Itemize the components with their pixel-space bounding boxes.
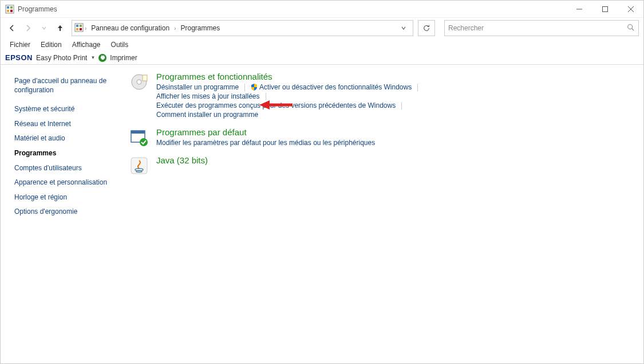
menu-view[interactable]: Affichage bbox=[68, 40, 105, 50]
chevron-right-icon: › bbox=[84, 25, 88, 32]
default-programs-icon bbox=[130, 128, 148, 147]
address-dropdown[interactable] bbox=[397, 21, 410, 35]
breadcrumb-current[interactable]: Programmes bbox=[177, 24, 223, 32]
navigation-row: › Panneau de configuration › Programmes bbox=[1, 18, 643, 38]
epson-logo: EPSON bbox=[5, 53, 33, 62]
separator bbox=[417, 84, 418, 91]
menu-edit[interactable]: Edition bbox=[36, 40, 66, 50]
refresh-button[interactable] bbox=[418, 20, 435, 36]
separator bbox=[266, 93, 266, 100]
svg-rect-23 bbox=[131, 131, 145, 134]
link-windows-features[interactable]: Activer ou désactiver des fonctionnalité… bbox=[259, 83, 412, 92]
forward-button[interactable] bbox=[21, 21, 35, 35]
separator bbox=[401, 102, 402, 109]
link-how-install[interactable]: Comment installer un programme bbox=[156, 110, 258, 119]
category-default-programs: Programmes par défaut Modifier les param… bbox=[130, 127, 634, 147]
recent-dropdown[interactable] bbox=[37, 21, 51, 35]
address-icon bbox=[74, 23, 84, 34]
chevron-down-icon[interactable]: ▼ bbox=[90, 55, 95, 60]
svg-rect-4 bbox=[10, 10, 13, 12]
up-button[interactable] bbox=[53, 21, 67, 35]
link-modify-defaults[interactable]: Modifier les paramètres par défaut pour … bbox=[156, 138, 375, 147]
sidebar-item-system[interactable]: Système et sécurité bbox=[14, 102, 116, 117]
menubar: Fichier Edition Affichage Outils bbox=[1, 38, 643, 51]
app-icon bbox=[5, 5, 14, 14]
menu-tools[interactable]: Outils bbox=[106, 40, 133, 50]
link-compat[interactable]: Exécuter des programmes conçus pour des … bbox=[156, 101, 396, 110]
main-panel: Programmes et fonctionnalités Désinstall… bbox=[121, 65, 643, 363]
svg-rect-21 bbox=[143, 75, 147, 81]
category-programs-features: Programmes et fonctionnalités Désinstall… bbox=[130, 72, 634, 119]
svg-rect-2 bbox=[10, 6, 13, 9]
close-button[interactable] bbox=[618, 1, 643, 18]
epson-print[interactable]: Imprimer bbox=[110, 54, 137, 62]
svg-rect-12 bbox=[76, 28, 78, 30]
sidebar-item-hardware[interactable]: Matériel et audio bbox=[14, 131, 116, 146]
sidebar: Page d'accueil du panneau de configurati… bbox=[1, 65, 121, 363]
breadcrumb-root[interactable]: Panneau de configuration bbox=[88, 24, 173, 32]
sidebar-item-appearance[interactable]: Apparence et personnalisation bbox=[14, 175, 116, 190]
sidebar-item-programs[interactable]: Programmes bbox=[14, 146, 116, 161]
svg-rect-3 bbox=[7, 10, 9, 12]
category-title-java[interactable]: Java (32 bits) bbox=[156, 155, 634, 165]
svg-rect-25 bbox=[131, 158, 147, 174]
svg-rect-18 bbox=[102, 58, 104, 60]
back-button[interactable] bbox=[5, 21, 19, 35]
chevron-right-icon: › bbox=[173, 25, 177, 32]
sidebar-item-accounts[interactable]: Comptes d'utilisateurs bbox=[14, 161, 116, 176]
svg-rect-10 bbox=[76, 25, 78, 27]
print-icon bbox=[98, 54, 106, 62]
sidebar-home[interactable]: Page d'accueil du panneau de configurati… bbox=[14, 74, 116, 97]
svg-line-15 bbox=[632, 28, 634, 30]
search-input[interactable] bbox=[448, 24, 627, 32]
sidebar-item-ease[interactable]: Options d'ergonomie bbox=[14, 205, 116, 220]
svg-rect-11 bbox=[80, 25, 82, 27]
window-controls bbox=[566, 1, 643, 18]
svg-point-20 bbox=[137, 80, 141, 84]
java-icon bbox=[130, 156, 148, 175]
link-uninstall[interactable]: Désinstaller un programme bbox=[156, 83, 239, 92]
category-title-programs[interactable]: Programmes et fonctionnalités bbox=[156, 72, 634, 81]
shield-icon bbox=[251, 84, 258, 91]
titlebar: Programmes bbox=[1, 1, 643, 18]
programs-features-icon bbox=[130, 73, 148, 91]
category-title-default[interactable]: Programmes par défaut bbox=[156, 127, 634, 137]
sidebar-item-clock[interactable]: Horloge et région bbox=[14, 190, 116, 205]
svg-rect-6 bbox=[602, 6, 607, 11]
menu-file[interactable]: Fichier bbox=[5, 40, 35, 50]
svg-rect-1 bbox=[7, 6, 9, 9]
maximize-button[interactable] bbox=[592, 1, 618, 18]
minimize-button[interactable] bbox=[566, 1, 592, 18]
link-view-updates[interactable]: Afficher les mises à jour installées bbox=[156, 92, 260, 101]
epson-easy-photo[interactable]: Easy Photo Print bbox=[36, 54, 87, 62]
address-bar[interactable]: › Panneau de configuration › Programmes bbox=[72, 20, 413, 36]
svg-rect-13 bbox=[80, 28, 82, 30]
category-java: Java (32 bits) bbox=[130, 155, 634, 175]
separator bbox=[244, 84, 245, 91]
epson-toolbar: EPSON Easy Photo Print ▼ Imprimer bbox=[1, 51, 643, 65]
content-area: Page d'accueil du panneau de configurati… bbox=[1, 65, 643, 363]
svg-point-24 bbox=[140, 138, 148, 146]
svg-rect-16 bbox=[101, 56, 104, 57]
window-title: Programmes bbox=[18, 5, 57, 13]
search-box[interactable] bbox=[444, 20, 639, 36]
svg-point-14 bbox=[628, 24, 633, 29]
sidebar-item-network[interactable]: Réseau et Internet bbox=[14, 117, 116, 132]
search-icon[interactable] bbox=[627, 24, 635, 33]
